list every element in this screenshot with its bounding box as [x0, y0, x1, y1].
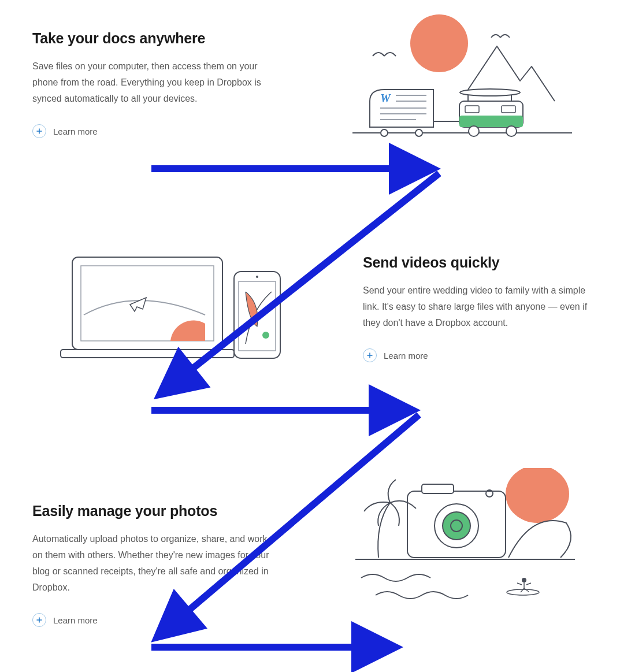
svg-point-9 — [415, 129, 422, 136]
svg-point-0 — [410, 14, 468, 72]
svg-rect-22 — [61, 350, 234, 358]
svg-point-36 — [522, 578, 526, 582]
text-col-videos: Send videos quickly Send your entire wed… — [363, 254, 600, 362]
learn-more-docs[interactable]: Learn more — [32, 124, 98, 138]
learn-more-label: Learn more — [384, 351, 428, 361]
svg-text:W: W — [380, 92, 391, 105]
svg-point-26 — [262, 332, 269, 339]
desc-photos: Automatically upload photos to organize,… — [32, 531, 269, 596]
illustration-docs: W — [352, 14, 572, 144]
title-docs: Take your docs anywhere — [32, 30, 269, 47]
svg-rect-12 — [459, 116, 523, 127]
plus-icon — [32, 124, 46, 138]
svg-point-32 — [443, 512, 470, 540]
desc-docs: Save files on your computer, then access… — [32, 58, 269, 107]
plus-icon — [363, 348, 377, 362]
title-videos: Send videos quickly — [363, 254, 600, 271]
svg-point-17 — [506, 126, 517, 136]
plus-icon — [32, 613, 46, 627]
svg-point-15 — [460, 89, 520, 96]
learn-more-videos[interactable]: Learn more — [363, 348, 428, 362]
text-col-docs: Take your docs anywhere Save files on yo… — [32, 30, 269, 138]
svg-point-35 — [507, 589, 539, 595]
illustration-photos — [344, 468, 586, 615]
svg-point-8 — [381, 129, 388, 136]
illustration-videos — [55, 251, 298, 369]
text-col-photos: Easily manage your photos Automatically … — [32, 503, 269, 627]
svg-point-16 — [469, 126, 479, 136]
learn-more-photos[interactable]: Learn more — [32, 613, 98, 627]
desc-videos: Send your entire wedding video to family… — [363, 283, 600, 331]
learn-more-label: Learn more — [53, 615, 98, 625]
title-photos: Easily manage your photos — [32, 503, 269, 519]
svg-rect-29 — [422, 484, 454, 493]
learn-more-label: Learn more — [53, 127, 98, 136]
svg-point-27 — [506, 468, 569, 523]
svg-point-25 — [256, 276, 258, 278]
